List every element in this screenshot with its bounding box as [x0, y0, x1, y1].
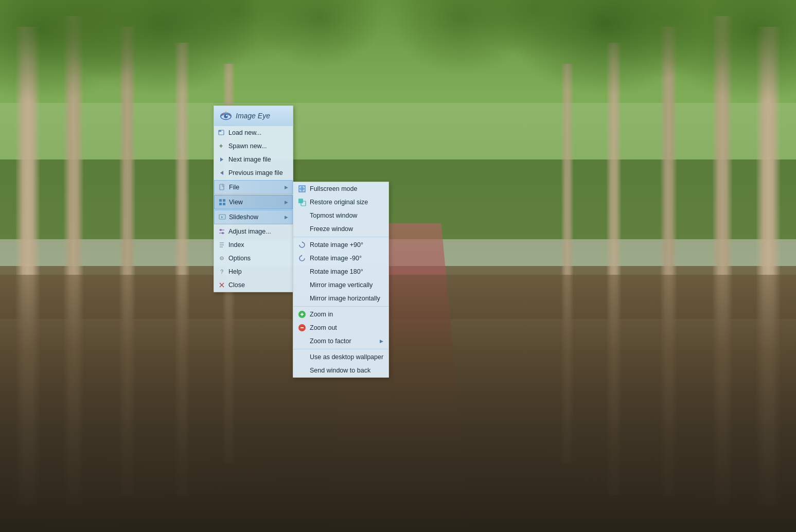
spawn-new-icon: +: [217, 141, 226, 151]
view-label: View: [229, 199, 280, 206]
submenu-rotate-ccw[interactable]: Rotate image -90°: [293, 252, 388, 265]
menu-item-help[interactable]: ? Help: [214, 265, 293, 278]
submenu-freeze[interactable]: Freeze window: [293, 222, 388, 236]
submenu-sep-1: [293, 237, 388, 237]
menu-item-adjust-image[interactable]: Adjust image...: [214, 225, 293, 238]
svg-rect-11: [219, 199, 222, 202]
submenu-fullscreen[interactable]: Fullscreen mode: [293, 182, 388, 196]
wallpaper-icon: [297, 352, 307, 362]
slideshow-submenu-arrow: ▶: [285, 215, 288, 220]
svg-marker-8: [220, 157, 223, 162]
topmost-icon: [297, 211, 307, 220]
restore-size-label: Restore original size: [310, 199, 383, 206]
file-icon: [218, 183, 227, 192]
send-back-icon: [297, 366, 307, 375]
svg-rect-12: [223, 199, 225, 202]
svg-rect-14: [223, 203, 225, 205]
rotate-ccw-icon: [297, 254, 307, 263]
mirror-v-label: Mirror image vertically: [310, 281, 383, 289]
zoom-out-icon: [297, 323, 307, 332]
close-label: Close: [228, 281, 289, 289]
rotate-ccw-label: Rotate image -90°: [310, 255, 383, 262]
svg-point-3: [222, 114, 223, 115]
next-image-icon: [217, 155, 226, 164]
freeze-label: Freeze window: [310, 225, 383, 233]
submenu-rotate-cw[interactable]: Rotate image +90°: [293, 238, 388, 252]
zoom-out-label: Zoom out: [310, 324, 383, 331]
zoom-in-label: Zoom in: [310, 311, 383, 318]
menu-item-slideshow[interactable]: Slideshow ▶: [214, 210, 293, 224]
send-back-label: Send window to back: [310, 367, 383, 374]
menu-item-file[interactable]: File ▶: [214, 180, 293, 194]
svg-rect-13: [219, 203, 222, 205]
file-submenu-arrow: ▶: [285, 185, 288, 190]
svg-rect-6: [219, 130, 221, 132]
context-menu-wrapper: Image Eye Load new... + Spawn new... Nex…: [214, 105, 389, 378]
svg-text:+: +: [219, 143, 223, 150]
menu-item-next-image[interactable]: Next image file: [214, 153, 293, 166]
next-image-label: Next image file: [228, 156, 289, 163]
ground: [0, 266, 796, 532]
zoom-factor-icon: [297, 336, 307, 346]
submenu-restore-size[interactable]: Restore original size: [293, 196, 388, 209]
submenu-rotate-180[interactable]: Rotate image 180°: [293, 265, 388, 278]
view-submenu: Fullscreen mode Restore original size To…: [293, 182, 389, 378]
submenu-zoom-in[interactable]: Zoom in: [293, 308, 388, 321]
app-header: Image Eye: [214, 106, 293, 126]
options-label: Options: [228, 255, 289, 262]
menu-item-spawn-new[interactable]: + Spawn new...: [214, 139, 293, 153]
prev-image-label: Previous image file: [228, 169, 289, 176]
mirror-h-icon: [297, 294, 307, 303]
mirror-v-icon: [297, 280, 307, 290]
adjust-icon: [217, 227, 226, 236]
submenu-mirror-v[interactable]: Mirror image vertically: [293, 278, 388, 292]
submenu-wallpaper[interactable]: Use as desktop wallpaper: [293, 350, 388, 364]
mirror-h-label: Mirror image horizontally: [310, 295, 383, 302]
menu-item-index[interactable]: Index: [214, 238, 293, 252]
view-icon: [218, 198, 227, 207]
submenu-send-back[interactable]: Send window to back: [293, 364, 388, 377]
svg-rect-29: [298, 185, 306, 192]
submenu-zoom-out[interactable]: Zoom out: [293, 321, 388, 334]
svg-text:?: ?: [220, 269, 223, 275]
svg-marker-9: [220, 171, 223, 175]
file-label: File: [229, 184, 280, 191]
submenu-mirror-h[interactable]: Mirror image horizontally: [293, 292, 388, 305]
svg-point-1: [224, 114, 227, 118]
svg-point-2: [226, 115, 227, 116]
menu-item-options[interactable]: Options: [214, 252, 293, 265]
close-icon: [217, 280, 226, 290]
fullscreen-icon: [297, 184, 307, 193]
app-icon: [219, 109, 233, 122]
svg-point-20: [222, 232, 224, 234]
leaves-ground: [0, 213, 796, 532]
menu-item-prev-image[interactable]: Previous image file: [214, 166, 293, 180]
background: [0, 0, 796, 532]
view-submenu-arrow: ▶: [285, 200, 288, 205]
svg-marker-33: [300, 255, 302, 256]
wallpaper-label: Use as desktop wallpaper: [310, 353, 383, 361]
submenu-topmost[interactable]: Topmost window: [293, 209, 388, 222]
menu-item-view[interactable]: View ▶: [214, 195, 293, 209]
zoom-factor-arrow: ▶: [380, 339, 383, 344]
rotate-180-icon: [297, 267, 307, 276]
submenu-sep-3: [293, 349, 388, 349]
help-label: Help: [228, 268, 289, 275]
slideshow-icon: [218, 212, 227, 222]
options-icon: [217, 254, 226, 263]
load-new-icon: [217, 128, 226, 137]
svg-rect-10: [220, 184, 224, 190]
help-icon: ?: [217, 267, 226, 276]
menu-item-load-new[interactable]: Load new...: [214, 126, 293, 139]
app-title: Image Eye: [236, 112, 270, 120]
prev-image-icon: [217, 168, 226, 178]
zoom-in-icon: [297, 310, 307, 319]
freeze-icon: [297, 224, 307, 234]
rotate-180-label: Rotate image 180°: [310, 268, 383, 275]
submenu-zoom-factor[interactable]: Zoom to factor ▶: [293, 334, 388, 348]
topmost-label: Topmost window: [310, 212, 383, 219]
rotate-cw-icon: [297, 240, 307, 250]
svg-point-4: [229, 114, 230, 115]
menu-item-close[interactable]: Close: [214, 278, 293, 292]
index-label: Index: [228, 241, 289, 249]
